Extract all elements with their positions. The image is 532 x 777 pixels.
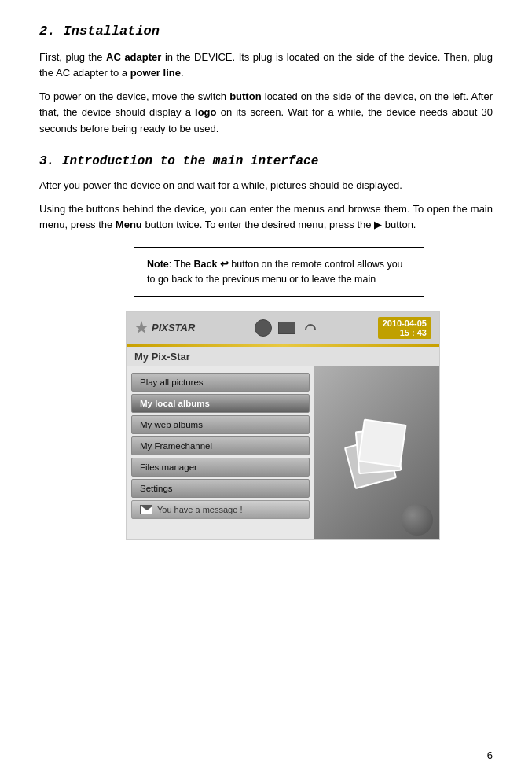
- section3-para1: After you power the device on and wait f…: [39, 178, 493, 193]
- camera-icon: [255, 319, 272, 337]
- photo-card-3: [358, 418, 407, 467]
- message-icon: [140, 505, 152, 514]
- device-screenshot: PIXSTAR 2010-04-05 15 : 43 My Pix-Star P…: [126, 311, 440, 540]
- menu-item-framechannel[interactable]: My Framechannel: [131, 436, 310, 455]
- device-logo: PIXSTAR: [134, 321, 195, 335]
- logo-text: PIXSTAR: [152, 322, 195, 333]
- photo-stack: [345, 418, 408, 488]
- section3-para2-end: button twice. To enter the desired menu,…: [142, 219, 416, 230]
- menu-item-web-albums[interactable]: My web albums: [131, 415, 310, 434]
- section2-bold-ac: AC adapter: [106, 51, 161, 63]
- datetime-time: 15 : 43: [383, 328, 427, 337]
- section2-para1: First, plug the AC adapter in the DEVICE…: [39, 50, 493, 81]
- wifi-icon: [302, 321, 319, 335]
- device-header: PIXSTAR 2010-04-05 15 : 43: [127, 312, 439, 344]
- menu-item-settings[interactable]: Settings: [131, 479, 310, 498]
- datetime-date: 2010-04-05: [383, 319, 427, 328]
- note-box: Note: The Back ↩ button on the remote co…: [134, 247, 424, 297]
- device-icons: [255, 319, 319, 337]
- device-menu: Play all pictures My local albums My web…: [127, 366, 314, 539]
- logo-star-icon: [134, 321, 149, 335]
- section2-para2: To power on the device, move the switch …: [39, 89, 493, 136]
- section2-heading: 2. Installation: [39, 24, 493, 39]
- section3-heading: 3. Introduction to the main interface: [39, 154, 493, 168]
- globe-figure: [402, 504, 433, 536]
- menu-item-local-albums[interactable]: My local albums: [131, 394, 310, 413]
- device-title: My Pix-Star: [127, 347, 439, 366]
- message-text: You have a message !: [157, 505, 242, 514]
- device-datetime: 2010-04-05 15 : 43: [378, 317, 431, 339]
- section2-bold-powerline: power line: [130, 67, 181, 79]
- menu-item-files-manager[interactable]: Files manager: [131, 458, 310, 477]
- section2-para1-end: .: [181, 67, 184, 79]
- section2-para1-text1: First, plug the: [39, 51, 106, 63]
- section2-bold-button: button: [229, 90, 261, 102]
- page-number: 6: [487, 749, 493, 761]
- device-image: [314, 366, 439, 539]
- section2-para2-text1: To power on the device, move the switch: [39, 90, 229, 102]
- menu-item-play-all[interactable]: Play all pictures: [131, 373, 310, 392]
- photo-icon: [278, 322, 295, 334]
- note-label: Note: [147, 259, 169, 270]
- section2-bold-logo: logo: [195, 106, 216, 118]
- device-body: Play all pictures My local albums My web…: [127, 366, 439, 539]
- note-text: : The: [169, 259, 194, 270]
- section3-bold-menu: Menu: [116, 219, 142, 230]
- menu-item-message[interactable]: You have a message !: [131, 500, 310, 519]
- note-bold-back: Back ↩: [194, 259, 229, 270]
- section3-para2: Using the buttons behind the device, you…: [39, 201, 493, 233]
